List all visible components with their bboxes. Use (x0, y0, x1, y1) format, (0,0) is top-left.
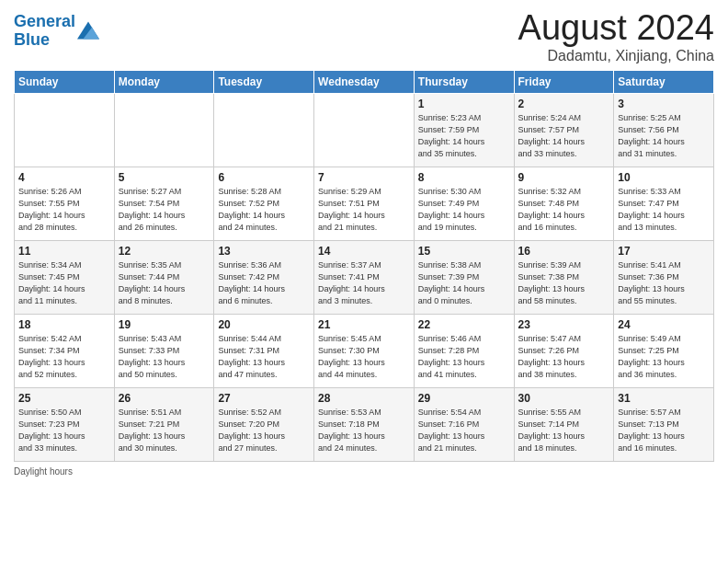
calendar-cell: 18Sunrise: 5:42 AM Sunset: 7:34 PM Dayli… (15, 314, 115, 387)
calendar-cell: 28Sunrise: 5:53 AM Sunset: 7:18 PM Dayli… (314, 387, 415, 461)
day-info: Sunrise: 5:42 AM Sunset: 7:34 PM Dayligh… (18, 333, 110, 381)
day-number: 9 (518, 171, 610, 184)
calendar-cell: 29Sunrise: 5:54 AM Sunset: 7:16 PM Dayli… (414, 387, 514, 461)
day-info: Sunrise: 5:29 AM Sunset: 7:51 PM Dayligh… (318, 186, 410, 234)
day-number: 21 (318, 318, 410, 331)
day-info: Sunrise: 5:27 AM Sunset: 7:54 PM Dayligh… (119, 186, 210, 234)
days-header-row: SundayMondayTuesdayWednesdayThursdayFrid… (15, 70, 714, 93)
calendar-cell: 19Sunrise: 5:43 AM Sunset: 7:33 PM Dayli… (114, 314, 214, 387)
day-info: Sunrise: 5:25 AM Sunset: 7:56 PM Dayligh… (618, 112, 710, 160)
day-info: Sunrise: 5:37 AM Sunset: 7:41 PM Dayligh… (318, 259, 410, 307)
logo-icon (77, 21, 99, 40)
day-number: 30 (518, 392, 610, 405)
day-info: Sunrise: 5:55 AM Sunset: 7:14 PM Dayligh… (518, 407, 610, 454)
day-number: 29 (418, 392, 510, 405)
day-info: Sunrise: 5:23 AM Sunset: 7:59 PM Dayligh… (418, 112, 510, 160)
day-info: Sunrise: 5:33 AM Sunset: 7:47 PM Dayligh… (618, 186, 710, 234)
day-number: 13 (218, 245, 310, 258)
calendar-cell: 16Sunrise: 5:39 AM Sunset: 7:38 PM Dayli… (514, 240, 614, 314)
calendar-cell: 2Sunrise: 5:24 AM Sunset: 7:57 PM Daylig… (514, 93, 614, 167)
calendar-cell: 3Sunrise: 5:25 AM Sunset: 7:56 PM Daylig… (614, 93, 714, 167)
day-number: 23 (518, 318, 610, 331)
day-number: 27 (218, 392, 310, 405)
day-info: Sunrise: 5:30 AM Sunset: 7:49 PM Dayligh… (418, 186, 510, 234)
day-info: Sunrise: 5:46 AM Sunset: 7:28 PM Dayligh… (418, 333, 510, 381)
month-title: August 2024 (518, 9, 714, 48)
calendar-cell (314, 93, 415, 167)
day-number: 18 (18, 318, 110, 331)
day-info: Sunrise: 5:53 AM Sunset: 7:18 PM Dayligh… (318, 407, 410, 454)
calendar-cell: 20Sunrise: 5:44 AM Sunset: 7:31 PM Dayli… (214, 314, 314, 387)
day-number: 2 (518, 98, 610, 110)
location-subtitle: Dadamtu, Xinjiang, China (518, 48, 714, 64)
day-number: 15 (418, 245, 510, 258)
day-info: Sunrise: 5:52 AM Sunset: 7:20 PM Dayligh… (218, 407, 310, 454)
day-info: Sunrise: 5:54 AM Sunset: 7:16 PM Dayligh… (418, 407, 510, 454)
day-number: 5 (119, 171, 210, 184)
day-info: Sunrise: 5:57 AM Sunset: 7:13 PM Dayligh… (618, 407, 710, 454)
day-info: Sunrise: 5:35 AM Sunset: 7:44 PM Dayligh… (119, 259, 210, 307)
calendar-cell (214, 93, 314, 167)
calendar-cell: 8Sunrise: 5:30 AM Sunset: 7:49 PM Daylig… (414, 167, 514, 240)
day-info: Sunrise: 5:49 AM Sunset: 7:25 PM Dayligh… (618, 333, 710, 381)
day-number: 17 (618, 245, 710, 258)
day-number: 26 (119, 392, 210, 405)
calendar-cell: 13Sunrise: 5:36 AM Sunset: 7:42 PM Dayli… (214, 240, 314, 314)
calendar-cell: 11Sunrise: 5:34 AM Sunset: 7:45 PM Dayli… (15, 240, 115, 314)
day-info: Sunrise: 5:26 AM Sunset: 7:55 PM Dayligh… (18, 186, 110, 234)
day-number: 20 (218, 318, 310, 331)
daylight-label: Daylight hours (14, 466, 73, 477)
calendar-cell: 27Sunrise: 5:52 AM Sunset: 7:20 PM Dayli… (214, 387, 314, 461)
calendar-cell: 6Sunrise: 5:28 AM Sunset: 7:52 PM Daylig… (214, 167, 314, 240)
day-info: Sunrise: 5:41 AM Sunset: 7:36 PM Dayligh… (618, 259, 710, 307)
calendar-cell: 25Sunrise: 5:50 AM Sunset: 7:23 PM Dayli… (15, 387, 115, 461)
day-number: 6 (218, 171, 310, 184)
calendar-cell (114, 93, 214, 167)
calendar-cell: 23Sunrise: 5:47 AM Sunset: 7:26 PM Dayli… (514, 314, 614, 387)
week-row-3: 11Sunrise: 5:34 AM Sunset: 7:45 PM Dayli… (15, 240, 714, 314)
calendar-cell: 31Sunrise: 5:57 AM Sunset: 7:13 PM Dayli… (614, 387, 714, 461)
calendar-cell: 22Sunrise: 5:46 AM Sunset: 7:28 PM Dayli… (414, 314, 514, 387)
day-header-monday: Monday (114, 70, 214, 93)
calendar-cell: 30Sunrise: 5:55 AM Sunset: 7:14 PM Dayli… (514, 387, 614, 461)
day-info: Sunrise: 5:44 AM Sunset: 7:31 PM Dayligh… (218, 333, 310, 381)
day-info: Sunrise: 5:50 AM Sunset: 7:23 PM Dayligh… (18, 407, 110, 454)
calendar-cell: 12Sunrise: 5:35 AM Sunset: 7:44 PM Dayli… (114, 240, 214, 314)
day-header-tuesday: Tuesday (214, 70, 314, 93)
calendar-cell: 1Sunrise: 5:23 AM Sunset: 7:59 PM Daylig… (414, 93, 514, 167)
calendar-cell: 4Sunrise: 5:26 AM Sunset: 7:55 PM Daylig… (15, 167, 115, 240)
day-info: Sunrise: 5:39 AM Sunset: 7:38 PM Dayligh… (518, 259, 610, 307)
day-number: 24 (618, 318, 710, 331)
day-number: 22 (418, 318, 510, 331)
day-info: Sunrise: 5:36 AM Sunset: 7:42 PM Dayligh… (218, 259, 310, 307)
calendar-cell: 21Sunrise: 5:45 AM Sunset: 7:30 PM Dayli… (314, 314, 415, 387)
day-number: 25 (18, 392, 110, 405)
calendar-cell: 14Sunrise: 5:37 AM Sunset: 7:41 PM Dayli… (314, 240, 415, 314)
day-info: Sunrise: 5:47 AM Sunset: 7:26 PM Dayligh… (518, 333, 610, 381)
day-number: 8 (418, 171, 510, 184)
day-number: 11 (18, 245, 110, 258)
day-number: 28 (318, 392, 410, 405)
day-header-friday: Friday (514, 70, 614, 93)
day-header-saturday: Saturday (614, 70, 714, 93)
day-number: 19 (119, 318, 210, 331)
calendar-cell: 15Sunrise: 5:38 AM Sunset: 7:39 PM Dayli… (414, 240, 514, 314)
day-info: Sunrise: 5:32 AM Sunset: 7:48 PM Dayligh… (518, 186, 610, 234)
day-info: Sunrise: 5:24 AM Sunset: 7:57 PM Dayligh… (518, 112, 610, 160)
calendar-table: SundayMondayTuesdayWednesdayThursdayFrid… (14, 70, 714, 462)
day-number: 7 (318, 171, 410, 184)
logo: General Blue (14, 13, 99, 50)
calendar-cell: 10Sunrise: 5:33 AM Sunset: 7:47 PM Dayli… (614, 167, 714, 240)
day-number: 4 (18, 171, 110, 184)
day-info: Sunrise: 5:34 AM Sunset: 7:45 PM Dayligh… (18, 259, 110, 307)
day-number: 12 (119, 245, 210, 258)
calendar-cell: 7Sunrise: 5:29 AM Sunset: 7:51 PM Daylig… (314, 167, 415, 240)
week-row-1: 1Sunrise: 5:23 AM Sunset: 7:59 PM Daylig… (15, 93, 714, 167)
calendar-cell: 24Sunrise: 5:49 AM Sunset: 7:25 PM Dayli… (614, 314, 714, 387)
day-info: Sunrise: 5:43 AM Sunset: 7:33 PM Dayligh… (119, 333, 210, 381)
day-header-thursday: Thursday (414, 70, 514, 93)
calendar-cell (15, 93, 115, 167)
calendar-cell: 17Sunrise: 5:41 AM Sunset: 7:36 PM Dayli… (614, 240, 714, 314)
week-row-4: 18Sunrise: 5:42 AM Sunset: 7:34 PM Dayli… (15, 314, 714, 387)
day-number: 3 (618, 98, 710, 110)
